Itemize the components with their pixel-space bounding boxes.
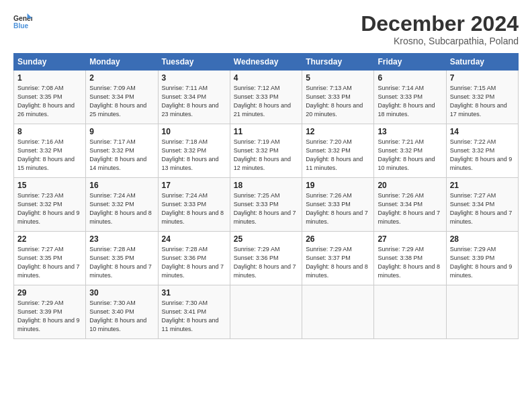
day-info: Sunrise: 7:27 AMSunset: 3:34 PMDaylight:…: [450, 192, 513, 225]
calendar-cell: 17 Sunrise: 7:24 AMSunset: 3:33 PMDaylig…: [158, 178, 230, 232]
calendar-cell: 4 Sunrise: 7:12 AMSunset: 3:33 PMDayligh…: [230, 71, 302, 124]
day-number: 22: [17, 234, 82, 244]
day-number: 13: [378, 127, 442, 136]
day-number: 19: [306, 181, 370, 190]
day-info: Sunrise: 7:28 AMSunset: 3:35 PMDaylight:…: [89, 246, 152, 279]
calendar-cell: 6 Sunrise: 7:14 AMSunset: 3:33 PMDayligh…: [374, 71, 446, 124]
day-info: Sunrise: 7:20 AMSunset: 3:32 PMDaylight:…: [306, 138, 363, 171]
day-number: 9: [89, 127, 154, 136]
calendar-cell: 28 Sunrise: 7:29 AMSunset: 3:39 PMDaylig…: [446, 232, 518, 285]
day-number: 29: [17, 288, 82, 298]
day-number: 31: [162, 288, 226, 298]
week-row-4: 22 Sunrise: 7:27 AMSunset: 3:35 PMDaylig…: [14, 232, 519, 285]
svg-text:Blue: Blue: [13, 22, 29, 30]
day-info: Sunrise: 7:30 AMSunset: 3:40 PMDaylight:…: [89, 300, 146, 332]
day-info: Sunrise: 7:12 AMSunset: 3:33 PMDaylight:…: [234, 85, 291, 118]
day-info: Sunrise: 7:09 AMSunset: 3:34 PMDaylight:…: [89, 85, 146, 118]
day-number: 3: [162, 73, 226, 83]
title-area: December 2024 Krosno, Subcarpathia, Pola…: [361, 12, 519, 46]
calendar-cell: 5 Sunrise: 7:13 AMSunset: 3:33 PMDayligh…: [302, 71, 374, 124]
calendar-cell: 10 Sunrise: 7:18 AMSunset: 3:32 PMDaylig…: [158, 124, 230, 178]
day-info: Sunrise: 7:08 AMSunset: 3:35 PMDaylight:…: [17, 85, 75, 118]
day-number: 6: [378, 73, 442, 83]
day-info: Sunrise: 7:26 AMSunset: 3:34 PMDaylight:…: [378, 192, 440, 225]
day-info: Sunrise: 7:24 AMSunset: 3:32 PMDaylight:…: [89, 192, 152, 225]
calendar-cell: 12 Sunrise: 7:20 AMSunset: 3:32 PMDaylig…: [302, 124, 374, 178]
day-info: Sunrise: 7:19 AMSunset: 3:32 PMDaylight:…: [234, 138, 291, 171]
calendar-cell: 9 Sunrise: 7:17 AMSunset: 3:32 PMDayligh…: [86, 124, 158, 178]
day-info: Sunrise: 7:29 AMSunset: 3:39 PMDaylight:…: [450, 246, 513, 279]
calendar-cell: [374, 285, 446, 339]
day-number: 14: [450, 127, 515, 136]
calendar-cell: 31 Sunrise: 7:30 AMSunset: 3:41 PMDaylig…: [158, 285, 230, 339]
month-title: December 2024: [361, 12, 519, 36]
location-title: Krosno, Subcarpathia, Poland: [361, 36, 519, 46]
col-saturday: Saturday: [446, 54, 518, 71]
logo: General Blue: [13, 12, 32, 31]
day-info: Sunrise: 7:18 AMSunset: 3:32 PMDaylight:…: [162, 138, 219, 171]
day-info: Sunrise: 7:15 AMSunset: 3:32 PMDaylight:…: [450, 85, 507, 118]
calendar-cell: 21 Sunrise: 7:27 AMSunset: 3:34 PMDaylig…: [446, 178, 518, 232]
calendar-cell: 27 Sunrise: 7:29 AMSunset: 3:38 PMDaylig…: [374, 232, 446, 285]
day-info: Sunrise: 7:11 AMSunset: 3:34 PMDaylight:…: [162, 85, 219, 118]
calendar-cell: 26 Sunrise: 7:29 AMSunset: 3:37 PMDaylig…: [302, 232, 374, 285]
calendar-cell: 29 Sunrise: 7:29 AMSunset: 3:39 PMDaylig…: [14, 285, 86, 339]
day-info: Sunrise: 7:13 AMSunset: 3:33 PMDaylight:…: [306, 85, 363, 118]
col-sunday: Sunday: [14, 54, 86, 71]
calendar-cell: 16 Sunrise: 7:24 AMSunset: 3:32 PMDaylig…: [86, 178, 158, 232]
calendar-page: General Blue December 2024 Krosno, Subca…: [0, 0, 532, 411]
day-number: 20: [378, 181, 442, 190]
calendar-cell: 24 Sunrise: 7:28 AMSunset: 3:36 PMDaylig…: [158, 232, 230, 285]
day-number: 16: [89, 181, 154, 190]
col-thursday: Thursday: [302, 54, 374, 71]
calendar-cell: 30 Sunrise: 7:30 AMSunset: 3:40 PMDaylig…: [86, 285, 158, 339]
day-number: 18: [234, 181, 298, 190]
day-info: Sunrise: 7:25 AMSunset: 3:33 PMDaylight:…: [234, 192, 296, 225]
day-info: Sunrise: 7:26 AMSunset: 3:33 PMDaylight:…: [306, 192, 368, 225]
day-info: Sunrise: 7:22 AMSunset: 3:32 PMDaylight:…: [450, 138, 513, 171]
calendar-cell: 18 Sunrise: 7:25 AMSunset: 3:33 PMDaylig…: [230, 178, 302, 232]
calendar-cell: 8 Sunrise: 7:16 AMSunset: 3:32 PMDayligh…: [14, 124, 86, 178]
day-number: 21: [450, 181, 515, 190]
day-info: Sunrise: 7:29 AMSunset: 3:38 PMDaylight:…: [378, 246, 440, 279]
calendar-cell: 23 Sunrise: 7:28 AMSunset: 3:35 PMDaylig…: [86, 232, 158, 285]
calendar-cell: 7 Sunrise: 7:15 AMSunset: 3:32 PMDayligh…: [446, 71, 518, 124]
day-number: 10: [162, 127, 226, 136]
calendar-cell: 19 Sunrise: 7:26 AMSunset: 3:33 PMDaylig…: [302, 178, 374, 232]
day-number: 12: [306, 127, 370, 136]
calendar-cell: 14 Sunrise: 7:22 AMSunset: 3:32 PMDaylig…: [446, 124, 518, 178]
calendar-cell: [230, 285, 302, 339]
day-number: 2: [89, 73, 154, 83]
day-number: 27: [378, 234, 442, 244]
day-info: Sunrise: 7:17 AMSunset: 3:32 PMDaylight:…: [89, 138, 146, 171]
col-monday: Monday: [86, 54, 158, 71]
calendar-cell: 20 Sunrise: 7:26 AMSunset: 3:34 PMDaylig…: [374, 178, 446, 232]
day-info: Sunrise: 7:21 AMSunset: 3:32 PMDaylight:…: [378, 138, 435, 171]
calendar-cell: [446, 285, 518, 339]
day-info: Sunrise: 7:23 AMSunset: 3:32 PMDaylight:…: [17, 192, 80, 225]
day-number: 4: [234, 73, 298, 83]
calendar-cell: 11 Sunrise: 7:19 AMSunset: 3:32 PMDaylig…: [230, 124, 302, 178]
calendar-cell: 1 Sunrise: 7:08 AMSunset: 3:35 PMDayligh…: [14, 71, 86, 124]
week-row-5: 29 Sunrise: 7:29 AMSunset: 3:39 PMDaylig…: [14, 285, 519, 339]
calendar-cell: 15 Sunrise: 7:23 AMSunset: 3:32 PMDaylig…: [14, 178, 86, 232]
calendar-table: Sunday Monday Tuesday Wednesday Thursday…: [13, 53, 519, 339]
col-friday: Friday: [374, 54, 446, 71]
day-info: Sunrise: 7:28 AMSunset: 3:36 PMDaylight:…: [162, 246, 224, 279]
day-number: 5: [306, 73, 370, 83]
day-number: 7: [450, 73, 515, 83]
day-number: 17: [162, 181, 226, 190]
day-info: Sunrise: 7:29 AMSunset: 3:37 PMDaylight:…: [306, 246, 368, 279]
day-number: 15: [17, 181, 82, 190]
calendar-cell: 2 Sunrise: 7:09 AMSunset: 3:34 PMDayligh…: [86, 71, 158, 124]
header: General Blue December 2024 Krosno, Subca…: [13, 12, 519, 46]
day-number: 23: [89, 234, 154, 244]
day-info: Sunrise: 7:14 AMSunset: 3:33 PMDaylight:…: [378, 85, 435, 118]
day-info: Sunrise: 7:29 AMSunset: 3:39 PMDaylight:…: [17, 300, 80, 332]
day-info: Sunrise: 7:30 AMSunset: 3:41 PMDaylight:…: [162, 300, 219, 332]
day-number: 24: [162, 234, 226, 244]
day-number: 25: [234, 234, 298, 244]
day-number: 26: [306, 234, 370, 244]
day-number: 8: [17, 127, 82, 136]
calendar-cell: [302, 285, 374, 339]
